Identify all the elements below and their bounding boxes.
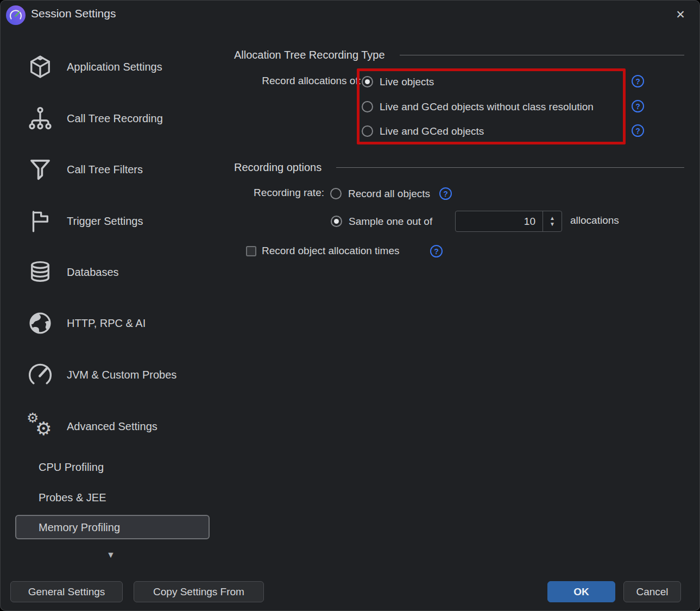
record-allocation-times-label[interactable]: Record object allocation times (262, 245, 399, 257)
sidebar-item-label: Call Tree Recording (67, 112, 163, 125)
radio-live-gced-objects[interactable]: Live and GCed objects (362, 123, 484, 139)
sidebar-item-call-tree-filters[interactable]: Call Tree Filters (26, 155, 143, 184)
sidebar-subitem-cpu-profiling[interactable]: CPU Profiling (39, 459, 104, 475)
section-divider (336, 167, 684, 168)
help-icon[interactable]: ? (632, 124, 644, 137)
globe-icon (26, 309, 54, 337)
close-icon[interactable]: ✕ (672, 6, 689, 23)
database-icon (26, 258, 54, 286)
sidebar-item-jvm-custom-probes[interactable]: JVM & Custom Probes (26, 361, 176, 389)
radio-live-objects[interactable]: Live objects (362, 74, 434, 90)
radio-record-all-objects[interactable]: Record all objects ? (330, 186, 452, 201)
spinner-down-icon[interactable]: ▼ (550, 222, 555, 227)
cancel-button[interactable]: Cancel (623, 581, 681, 602)
sidebar-item-label: Trigger Settings (67, 215, 143, 228)
radio-button[interactable] (362, 101, 373, 112)
radio-button[interactable] (362, 125, 373, 137)
session-settings-dialog: Session Settings ✕ Application Settings … (0, 0, 700, 611)
sidebar-item-label: Databases (67, 266, 119, 279)
gears-icon: ⚙ ⚙ (26, 412, 54, 440)
recording-rate-label: Recording rate: (217, 187, 324, 199)
section-divider (400, 55, 684, 55)
window-title: Session Settings (31, 7, 116, 20)
allocations-unit-label: allocations (570, 215, 619, 226)
jprofiler-logo-icon (5, 5, 26, 26)
funnel-icon (26, 155, 54, 184)
sidebar-item-label: Application Settings (67, 61, 162, 73)
sidebar-item-label: Advanced Settings (67, 420, 157, 433)
spinner-buttons: ▲ ▼ (543, 211, 562, 231)
sidebar-item-call-tree-recording[interactable]: Call Tree Recording (26, 104, 163, 133)
cube-icon (26, 53, 54, 81)
radio-button[interactable] (330, 188, 342, 199)
help-icon[interactable]: ? (632, 75, 644, 87)
sidebar-subitem-memory-profiling[interactable]: Memory Profiling (39, 520, 120, 535)
sidebar-item-databases[interactable]: Databases (26, 258, 119, 286)
sample-rate-input[interactable] (456, 211, 543, 231)
sidebar-item-application-settings[interactable]: Application Settings (26, 53, 162, 81)
tree-icon (26, 104, 54, 133)
sidebar-scroll-down-icon[interactable]: ▼ (106, 550, 115, 560)
sidebar-item-http-rpc-ai[interactable]: HTTP, RPC & AI (26, 309, 146, 337)
ok-button[interactable]: OK (547, 581, 615, 602)
sidebar-item-label: HTTP, RPC & AI (67, 317, 146, 330)
spinner-up-icon[interactable]: ▲ (550, 216, 555, 221)
section-title: Recording options (234, 161, 321, 174)
sidebar-item-label: JVM & Custom Probes (67, 369, 176, 381)
record-allocations-label: Record allocations of: (217, 75, 361, 87)
allocation-section-header: Allocation Tree Recording Type (234, 48, 684, 62)
sidebar-item-trigger-settings[interactable]: Trigger Settings (26, 207, 143, 235)
radio-button[interactable] (331, 216, 342, 227)
sidebar-item-label: Call Tree Filters (67, 163, 143, 176)
help-icon[interactable]: ? (439, 187, 452, 200)
copy-settings-from-button[interactable]: Copy Settings From (134, 581, 264, 602)
radio-live-gced-no-class-resolution[interactable]: Live and GCed objects without class reso… (362, 99, 594, 115)
radio-sample-one-out-of[interactable]: Sample one out of (331, 213, 432, 229)
help-icon[interactable]: ? (430, 245, 443, 257)
gauge-icon (26, 361, 54, 389)
recording-options-header: Recording options (234, 160, 684, 174)
section-title: Allocation Tree Recording Type (234, 49, 385, 61)
radio-button[interactable] (362, 76, 373, 87)
general-settings-button[interactable]: General Settings (10, 581, 123, 602)
record-allocation-times-checkbox[interactable] (246, 246, 256, 256)
help-icon[interactable]: ? (632, 100, 644, 112)
sidebar-subitem-probes-jee[interactable]: Probes & JEE (39, 490, 106, 505)
flag-icon (26, 207, 54, 235)
sidebar-item-advanced-settings[interactable]: ⚙ ⚙ Advanced Settings (26, 412, 157, 440)
sample-rate-spinner: ▲ ▼ (455, 211, 562, 232)
